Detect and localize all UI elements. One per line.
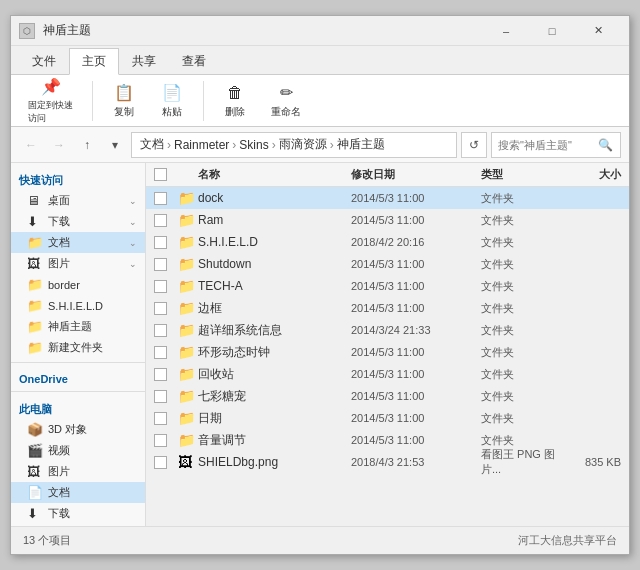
- table-row[interactable]: 📁 Ram 2014/5/3 11:00 文件夹: [146, 209, 629, 231]
- pc-label: 此电脑: [11, 396, 145, 419]
- row-check-3[interactable]: [154, 258, 178, 271]
- file-type-3: 文件夹: [481, 257, 561, 272]
- tab-share[interactable]: 共享: [119, 48, 169, 74]
- row-check-2[interactable]: [154, 236, 178, 249]
- file-type-10: 文件夹: [481, 411, 561, 426]
- sidebar-item-3d[interactable]: 📦 3D 对象: [11, 419, 145, 440]
- file-name-12: SHIELDbg.png: [198, 455, 351, 469]
- table-row[interactable]: 📁 回收站 2014/5/3 11:00 文件夹: [146, 363, 629, 385]
- table-row[interactable]: 📁 日期 2014/5/3 11:00 文件夹: [146, 407, 629, 429]
- sidebar-item-video[interactable]: 🎬 视频: [11, 440, 145, 461]
- table-row[interactable]: 📁 边框 2014/5/3 11:00 文件夹: [146, 297, 629, 319]
- table-row[interactable]: 📁 dock 2014/5/3 11:00 文件夹: [146, 187, 629, 209]
- border-icon: 📁: [27, 277, 43, 292]
- sidebar-item-pictures-pc[interactable]: 🖼 图片: [11, 461, 145, 482]
- table-row[interactable]: 📁 超详细系统信息 2014/3/24 21:33 文件夹: [146, 319, 629, 341]
- file-type-5: 文件夹: [481, 301, 561, 316]
- file-name-1: Ram: [198, 213, 351, 227]
- table-row[interactable]: 📁 七彩糖宠 2014/5/3 11:00 文件夹: [146, 385, 629, 407]
- date-header[interactable]: 修改日期: [351, 167, 481, 182]
- sidebar-item-border[interactable]: 📁 border: [11, 274, 145, 295]
- row-check-10[interactable]: [154, 412, 178, 425]
- file-icon-3: 📁: [178, 256, 198, 272]
- file-icon-8: 📁: [178, 366, 198, 382]
- tab-view[interactable]: 查看: [169, 48, 219, 74]
- search-input[interactable]: [498, 139, 598, 151]
- tab-file[interactable]: 文件: [19, 48, 69, 74]
- row-check-6[interactable]: [154, 324, 178, 337]
- name-header[interactable]: 名称: [198, 167, 351, 182]
- size-header[interactable]: 大小: [561, 167, 621, 182]
- pin-button[interactable]: 📌 固定到快速访问: [19, 72, 82, 130]
- maximize-button[interactable]: □: [529, 16, 575, 46]
- row-check-12[interactable]: [154, 456, 178, 469]
- file-date-2: 2018/4/2 20:16: [351, 236, 481, 248]
- file-name-2: S.H.I.E.L.D: [198, 235, 351, 249]
- file-name-5: 边框: [198, 300, 351, 317]
- table-row[interactable]: 🖼 SHIELDbg.png 2018/4/3 21:53 看图王 PNG 图片…: [146, 451, 629, 473]
- ribbon-tabs: 文件 主页 共享 查看: [11, 46, 629, 74]
- address-path[interactable]: 文档 › Rainmeter › Skins › 雨滴资源 › 神盾主题: [131, 132, 457, 158]
- sidebar-item-shield[interactable]: 📁 S.H.I.E.L.D: [11, 295, 145, 316]
- forward-button[interactable]: →: [47, 133, 71, 157]
- copy-button[interactable]: 📋 复制: [103, 78, 145, 124]
- file-date-8: 2014/5/3 11:00: [351, 368, 481, 380]
- table-row[interactable]: 📁 S.H.I.E.L.D 2018/4/2 20:16 文件夹: [146, 231, 629, 253]
- window-title: 神盾主题: [43, 22, 483, 39]
- row-check-7[interactable]: [154, 346, 178, 359]
- shield-folder-icon: 📁: [27, 298, 43, 313]
- select-all-checkbox[interactable]: [154, 168, 167, 181]
- row-check-9[interactable]: [154, 390, 178, 403]
- file-date-11: 2014/5/3 11:00: [351, 434, 481, 446]
- sidebar-item-shendun[interactable]: 📁 神盾主题: [11, 316, 145, 337]
- recent-button[interactable]: ▾: [103, 133, 127, 157]
- refresh-button[interactable]: ↺: [461, 132, 487, 158]
- row-check-5[interactable]: [154, 302, 178, 315]
- minimize-button[interactable]: –: [483, 16, 529, 46]
- table-row[interactable]: 📁 环形动态时钟 2014/5/3 11:00 文件夹: [146, 341, 629, 363]
- table-row[interactable]: 📁 TECH-A 2014/5/3 11:00 文件夹: [146, 275, 629, 297]
- up-button[interactable]: ↑: [75, 133, 99, 157]
- sidebar-item-docs-pc[interactable]: 📄 文档: [11, 482, 145, 503]
- onedrive-label: OneDrive: [11, 367, 145, 387]
- rename-button[interactable]: ✏ 重命名: [262, 78, 310, 124]
- address-bar: ← → ↑ ▾ 文档 › Rainmeter › Skins › 雨滴资源 › …: [11, 127, 629, 163]
- file-type-6: 文件夹: [481, 323, 561, 338]
- window-icon: ⬡: [19, 23, 35, 39]
- type-header[interactable]: 类型: [481, 167, 561, 182]
- sidebar: 快速访问 🖥 桌面 ⌄ ⬇ 下载 ⌄ 📁 文档 ⌄ 🖼 图片 ⌄: [11, 163, 146, 526]
- row-check-1[interactable]: [154, 214, 178, 227]
- title-bar-icons: ⬡: [19, 23, 35, 39]
- sidebar-item-desktop[interactable]: 🖥 桌面 ⌄: [11, 190, 145, 211]
- ribbon: 文件 主页 共享 查看 📌 固定到快速访问 📋 复制 📄 粘贴 🗑 删除: [11, 46, 629, 127]
- sidebar-item-dl-pc[interactable]: ⬇ 下载: [11, 503, 145, 524]
- sidebar-item-pictures[interactable]: 🖼 图片 ⌄: [11, 253, 145, 274]
- file-list: 📁 dock 2014/5/3 11:00 文件夹 📁 Ram 2014/5/3…: [146, 187, 629, 526]
- shendun-icon: 📁: [27, 319, 43, 334]
- file-type-1: 文件夹: [481, 213, 561, 228]
- row-check-11[interactable]: [154, 434, 178, 447]
- file-date-7: 2014/5/3 11:00: [351, 346, 481, 358]
- delete-button[interactable]: 🗑 删除: [214, 78, 256, 124]
- row-check-0[interactable]: [154, 192, 178, 205]
- title-bar: ⬡ 神盾主题 – □ ✕: [11, 16, 629, 46]
- file-date-9: 2014/5/3 11:00: [351, 390, 481, 402]
- file-icon-1: 📁: [178, 212, 198, 228]
- row-check-8[interactable]: [154, 368, 178, 381]
- sidebar-item-downloads[interactable]: ⬇ 下载 ⌄: [11, 211, 145, 232]
- copy-icon: 📋: [112, 83, 136, 103]
- downloads-icon: ⬇: [27, 214, 43, 229]
- sidebar-item-documents[interactable]: 📁 文档 ⌄: [11, 232, 145, 253]
- search-box[interactable]: 🔍: [491, 132, 621, 158]
- quick-access-label: 快速访问: [11, 167, 145, 190]
- paste-button[interactable]: 📄 粘贴: [151, 78, 193, 124]
- newfolder-icon: 📁: [27, 340, 43, 355]
- sidebar-item-newfolder[interactable]: 📁 新建文件夹: [11, 337, 145, 358]
- table-row[interactable]: 📁 Shutdown 2014/5/3 11:00 文件夹: [146, 253, 629, 275]
- back-button[interactable]: ←: [19, 133, 43, 157]
- file-icon-2: 📁: [178, 234, 198, 250]
- close-button[interactable]: ✕: [575, 16, 621, 46]
- file-size-12: 835 KB: [561, 456, 621, 468]
- row-check-4[interactable]: [154, 280, 178, 293]
- file-name-8: 回收站: [198, 366, 351, 383]
